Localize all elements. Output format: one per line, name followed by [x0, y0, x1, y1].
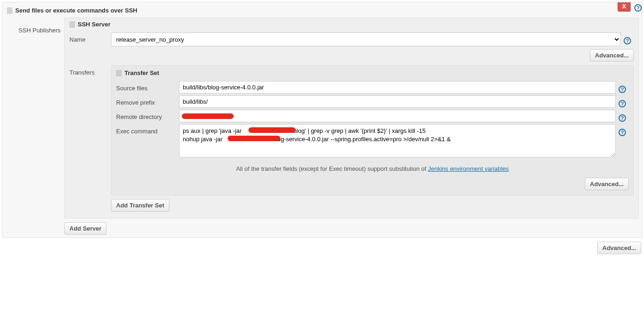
ssh-publishers-label: SSH Publishers [5, 18, 64, 34]
section-title: Send files or execute commands over SSH [15, 7, 137, 14]
drag-handle-icon[interactable] [7, 7, 12, 14]
ssh-server-title: SSH Server [78, 21, 111, 28]
advanced-button[interactable]: Advanced... [590, 49, 634, 62]
transfer-set-header: Transfer Set [116, 69, 629, 79]
help-icon[interactable]: ? [619, 86, 626, 93]
exec-command-row: Exec command ? [116, 124, 629, 159]
section-header: Send files or execute commands over SSH [5, 5, 639, 18]
transfer-set-title: Transfer Set [124, 69, 159, 76]
hint-text: All of the transfer fields (except for E… [236, 165, 428, 172]
transfers-label: Transfers [69, 65, 111, 76]
transfer-advanced-row: Advanced... [116, 178, 629, 190]
remove-prefix-row: Remove prefix ? [116, 95, 629, 108]
ssh-server-panel: SSH Server Name release_server_no_proxy … [64, 18, 639, 219]
ssh-server-advanced-row: Advanced... [69, 49, 634, 62]
add-transfer-row: Add Transfer Set [111, 199, 634, 212]
drag-handle-icon[interactable] [116, 70, 122, 76]
close-button[interactable]: X [618, 2, 631, 12]
transfer-set-panel: Transfer Set Source files ? Remove pr [111, 65, 634, 195]
help-icon[interactable]: ? [619, 129, 626, 136]
remote-directory-input[interactable] [179, 110, 616, 122]
ssh-server-panel-header: SSH Server [69, 21, 634, 31]
outer-advanced-row: Advanced... [2, 238, 642, 255]
name-select[interactable]: release_server_no_proxy [111, 32, 621, 46]
remote-directory-row: Remote directory ? [116, 110, 629, 122]
help-icon[interactable]: ? [624, 37, 631, 44]
source-files-input[interactable] [179, 81, 616, 94]
name-field-row: Name release_server_no_proxy ? [69, 32, 634, 46]
substitution-hint: All of the transfer fields (except for E… [116, 161, 629, 175]
header-buttons: X ? [618, 2, 642, 12]
add-transfer-set-button[interactable]: Add Transfer Set [111, 199, 169, 212]
remote-directory-label: Remote directory [116, 110, 179, 120]
drag-handle-icon[interactable] [69, 21, 75, 28]
publishers-container: SSH Server Name release_server_no_proxy … [64, 18, 639, 235]
jenkins-env-vars-link[interactable]: Jenkins environment variables [428, 165, 509, 172]
source-files-row: Source files ? [116, 81, 629, 94]
name-label: Name [69, 32, 111, 43]
body-row: SSH Publishers SSH Server Name release_s… [5, 18, 639, 235]
exec-command-textarea[interactable] [179, 124, 616, 157]
remove-prefix-input[interactable] [179, 95, 616, 108]
advanced-button[interactable]: Advanced... [597, 242, 641, 254]
add-server-row: Add Server [64, 222, 639, 235]
help-icon[interactable]: ? [619, 114, 626, 122]
exec-command-label: Exec command [116, 124, 179, 135]
help-icon[interactable]: ? [634, 4, 642, 12]
help-icon[interactable]: ? [619, 100, 626, 107]
ssh-publish-section: X ? Send files or execute commands over … [2, 2, 642, 238]
remove-prefix-label: Remove prefix [116, 95, 179, 106]
transfers-row: Transfers Transfer Set Source files [69, 65, 634, 212]
advanced-button[interactable]: Advanced... [585, 178, 629, 190]
source-files-label: Source files [116, 81, 179, 92]
add-server-button[interactable]: Add Server [64, 222, 106, 235]
